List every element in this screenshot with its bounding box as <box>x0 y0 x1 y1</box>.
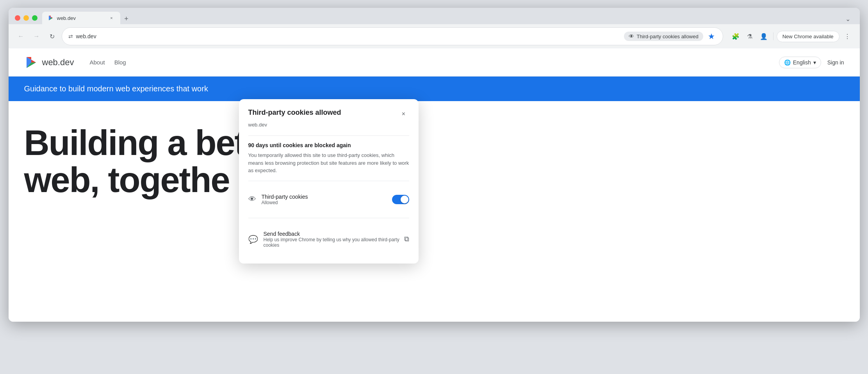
popup-title: Third-party cookies allowed <box>248 109 341 117</box>
page-content: web.dev About Blog 🌐 English ▾ Sign in G… <box>9 48 860 322</box>
extensions-button[interactable]: 🧩 <box>729 30 742 43</box>
language-button[interactable]: 🌐 English ▾ <box>779 57 821 68</box>
active-tab[interactable]: web.dev × <box>42 12 120 24</box>
back-button[interactable]: ← <box>15 30 27 43</box>
new-chrome-button[interactable]: New Chrome available <box>777 31 839 42</box>
popup-row-left: 👁 Third-party cookies Allowed <box>248 194 308 205</box>
tab-title: web.dev <box>57 15 105 21</box>
nav-about[interactable]: About <box>89 59 105 66</box>
popup-description: You temporarily allowed this site to use… <box>248 151 409 175</box>
site-header-right: 🌐 English ▾ Sign in <box>779 57 844 68</box>
popup-close-button[interactable]: × <box>398 109 409 119</box>
external-link-icon[interactable]: ⧉ <box>404 235 409 243</box>
site-logo: web.dev <box>24 55 74 69</box>
eye-icon: 👁 <box>629 33 634 39</box>
cookie-popup: Third-party cookies allowed × web.dev 90… <box>239 99 419 264</box>
url-display: web.dev <box>76 33 621 39</box>
language-label: English <box>793 59 811 66</box>
site-header: web.dev About Blog 🌐 English ▾ Sign in <box>9 48 860 77</box>
popup-feedback-row[interactable]: 💬 Send feedback Help us improve Chrome b… <box>248 224 409 254</box>
feedback-row-text: Send feedback Help us improve Chrome by … <box>264 231 404 248</box>
browser-window: web.dev × + ⌄ ← → ↻ ⇄ web.dev 👁 Third-pa… <box>9 8 860 322</box>
close-window-button[interactable] <box>15 15 20 21</box>
menu-button[interactable]: ⋮ <box>841 30 854 43</box>
tab-bar: web.dev × + ⌄ <box>42 12 854 24</box>
hero-line-2: web, togethe <box>24 162 844 199</box>
webdev-logo-icon <box>24 55 38 69</box>
profile-button[interactable]: 👤 <box>757 30 770 43</box>
refresh-button[interactable]: ↻ <box>46 30 59 43</box>
cookie-indicator-label: Third-party cookies allowed <box>636 34 698 39</box>
feedback-icon: 💬 <box>248 235 258 244</box>
popup-cookies-row: 👁 Third-party cookies Allowed <box>248 187 409 212</box>
title-bar: web.dev × + ⌄ <box>9 8 860 24</box>
popup-subtitle: web.dev <box>248 122 409 128</box>
cookies-row-sublabel: Allowed <box>262 200 308 205</box>
popup-warning-title: 90 days until cookies are blocked again <box>248 142 409 148</box>
popup-header: Third-party cookies allowed × <box>248 109 409 119</box>
site-nav: About Blog <box>89 59 779 66</box>
signin-button[interactable]: Sign in <box>827 59 844 66</box>
new-tab-button[interactable]: + <box>121 13 132 24</box>
new-chrome-label: New Chrome available <box>782 34 834 39</box>
hero-title: Building a bet web, togethe <box>24 125 844 198</box>
globe-icon: 🌐 <box>784 59 791 66</box>
cookies-row-label: Third-party cookies <box>262 194 308 200</box>
cookie-indicator-button[interactable]: 👁 Third-party cookies allowed <box>624 32 703 41</box>
popup-divider-1 <box>248 135 409 136</box>
banner-text: Guidance to build modern web experiences… <box>24 84 208 93</box>
feedback-sublabel: Help us improve Chrome by telling us why… <box>264 237 404 248</box>
popup-divider-3 <box>248 218 409 218</box>
toolbar: ← → ↻ ⇄ web.dev 👁 Third-party cookies al… <box>9 24 860 48</box>
address-bar-icon: ⇄ <box>68 33 73 39</box>
minimize-window-button[interactable] <box>23 15 29 21</box>
site-logo-text: web.dev <box>42 57 74 68</box>
toolbar-divider <box>773 32 774 40</box>
traffic-lights <box>15 15 37 21</box>
address-bar[interactable]: ⇄ web.dev 👁 Third-party cookies allowed … <box>62 27 723 45</box>
forward-button[interactable]: → <box>30 30 43 43</box>
cookies-toggle[interactable] <box>392 195 409 204</box>
toggle-knob <box>401 196 408 203</box>
maximize-window-button[interactable] <box>32 15 37 21</box>
popup-row-text: Third-party cookies Allowed <box>262 194 308 205</box>
cookies-eye-icon: 👁 <box>248 195 256 204</box>
tab-bar-minimize[interactable]: ⌄ <box>843 13 854 24</box>
nav-blog[interactable]: Blog <box>114 59 126 66</box>
popup-divider-2 <box>248 181 409 181</box>
tab-close-button[interactable]: × <box>109 15 115 21</box>
feedback-row-left: 💬 Send feedback Help us improve Chrome b… <box>248 231 404 248</box>
hero-section: Building a bet web, togethe <box>9 101 860 198</box>
blue-banner: Guidance to build modern web experiences… <box>9 77 860 101</box>
bookmark-button[interactable]: ★ <box>706 30 717 43</box>
toolbar-actions: 🧩 ⚗ 👤 New Chrome available ⋮ <box>729 30 854 43</box>
feedback-label: Send feedback <box>264 231 404 237</box>
chevron-down-icon: ▾ <box>813 59 816 66</box>
tab-favicon <box>48 15 54 21</box>
flask-button[interactable]: ⚗ <box>743 30 756 43</box>
hero-line-1: Building a bet <box>24 125 844 162</box>
